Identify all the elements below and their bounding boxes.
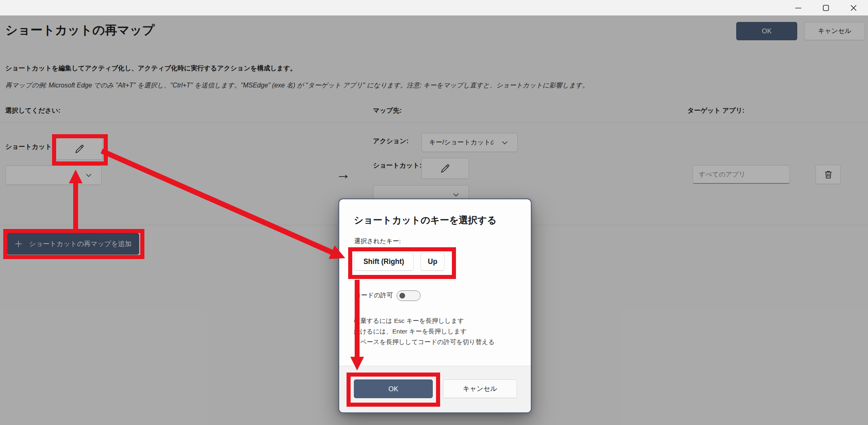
allow-chords-label: コードの許可 [355, 291, 393, 300]
hint-esc: 破棄するには Esc キーを長押しします [354, 317, 464, 325]
window-titlebar [0, 0, 868, 15]
toggle-knob [399, 293, 405, 299]
dialog-ok-button[interactable]: OK [354, 379, 433, 398]
hint-space: スペースを長押ししてコードの許可を切り替える [354, 338, 495, 347]
hint-enter: 続けるには、Enter キーを長押しします [354, 327, 467, 336]
key-chip-shift-right[interactable]: Shift (Right) [354, 253, 414, 271]
minimize-button[interactable] [785, 0, 811, 15]
allow-chords-toggle[interactable] [397, 290, 421, 301]
select-shortcut-keys-dialog: ショートカットのキーを選択する 選択されたキー: Shift (Right) U… [338, 198, 532, 413]
maximize-icon [823, 5, 829, 11]
key-chip-up[interactable]: Up [421, 253, 445, 271]
minimize-icon [795, 7, 801, 9]
close-icon [851, 5, 857, 11]
maximize-button[interactable] [813, 0, 839, 15]
keyboard-manager-remap-window: ショートカットの再マップ OK キャンセル ショートカットを編集してアクティブ化… [0, 0, 868, 425]
close-button[interactable] [840, 0, 866, 15]
selected-keys-label: 選択されたキー: [354, 237, 401, 246]
dialog-cancel-button[interactable]: キャンセル [443, 379, 517, 398]
dialog-title: ショートカットのキーを選択する [354, 214, 497, 227]
